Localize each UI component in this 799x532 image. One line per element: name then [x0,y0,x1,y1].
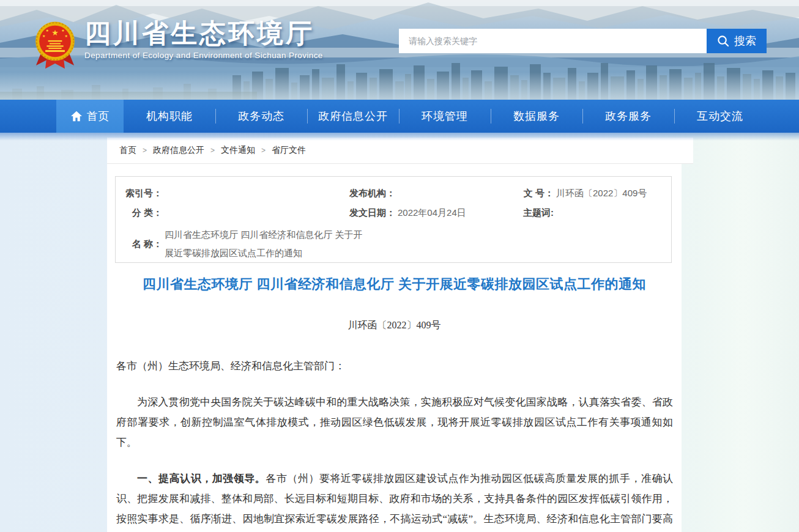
meta-agency-label: 发布机构： [349,187,395,200]
breadcrumb-home[interactable]: 首页 [119,145,136,156]
meta-name: 名 称： 四川省生态环境厅 四川省经济和信息化厅 关于开展近零碳排放园区试点工作… [122,226,663,262]
brand[interactable]: ★ ★ ★ ★ ★ 四川省生态环境厅 Department of Ecology… [32,17,323,71]
breadcrumb-separator: > [261,146,266,155]
nav-item-label: 政务动态 [238,109,284,124]
brand-text: 四川省生态环境厅 Department of Ecology and Envir… [84,17,323,60]
nav-item-data-services[interactable]: 数据服务 [491,100,582,133]
doc-meta-box: 索引号： 发布机构： 文 号： 川环函〔2022〕409号 分 类： 发文日期：… [115,176,672,263]
search-bar: 搜索 [399,29,767,53]
meta-name-value: 四川省生态环境厅 四川省经济和信息化厅 关于开展近零碳排放园区试点工作的通知 [165,226,368,262]
meta-docno-label: 文 号： [513,187,554,200]
home-icon [70,111,83,122]
nav-item-label: 机构职能 [146,109,193,124]
search-input[interactable] [399,29,707,53]
meta-date-label: 发文日期： [349,206,395,220]
meta-docno: 文 号： 川环函〔2022〕409号 [513,187,663,200]
search-button-label: 搜索 [734,34,756,48]
meta-name-label: 名 称： [122,237,162,251]
nav-item-label: 首页 [87,109,110,124]
meta-category: 分 类： [122,206,349,220]
site-title: 四川省生态环境厅 [84,17,323,50]
nav-item-interaction[interactable]: 互动交流 [674,100,766,133]
paragraph-2: 一、提高认识，加强领导。各市（州）要将近零碳排放园区建设试点作为推动园区低碳高质… [116,468,673,532]
svg-text:★: ★ [64,34,68,38]
meta-index: 索引号： [122,187,349,200]
nav-item-label: 政府信息公开 [318,109,388,124]
meta-date-value: 2022年04月24日 [398,206,466,220]
breadcrumb-file-notices[interactable]: 文件通知 [221,145,255,156]
meta-keywords: 主题词: [513,206,663,220]
document-title: 四川省生态环境厅 四川省经济和信息化厅 关于开展近零碳排放园区试点工作的通知 [107,275,682,294]
nav-item-info-disclosure[interactable]: 政府信息公开 [307,100,399,133]
section-heading: 一、提高认识，加强领导。 [137,473,266,484]
nav-item-label: 互动交流 [697,109,743,124]
breadcrumb: 首页 > 政府信息公开 > 文件通知 > 省厅文件 [107,138,693,164]
nav-item-env-management[interactable]: 环境管理 [399,100,491,133]
page: ★ ★ ★ ★ ★ 四川省生态环境厅 Department of Ecology… [0,0,799,532]
svg-text:★: ★ [45,29,49,32]
breadcrumb-separator: > [210,146,215,155]
nav-item-gov-services[interactable]: 政务服务 [582,100,674,133]
svg-text:★: ★ [51,28,59,37]
meta-category-label: 分 类： [122,206,162,220]
meta-keywords-label: 主题词: [513,206,554,220]
main-nav: 首页 机构职能 政务动态 政府信息公开 环境管理 数据服务 政务服务 互动交流 [0,100,799,133]
meta-agency: 发布机构： [349,187,513,200]
search-button[interactable]: 搜索 [707,29,767,53]
search-icon [717,35,729,47]
nav-item-label: 环境管理 [422,109,468,124]
meta-docno-value: 川环函〔2022〕409号 [556,187,647,200]
breadcrumb-department-files[interactable]: 省厅文件 [272,145,306,156]
document-number: 川环函〔2022〕409号 [107,319,682,332]
svg-text:★: ★ [61,29,65,32]
site-header: ★ ★ ★ ★ ★ 四川省生态环境厅 Department of Ecology… [0,0,799,100]
breadcrumb-info-disclosure[interactable]: 政府信息公开 [153,145,204,156]
nav-item-label: 数据服务 [513,109,560,124]
national-emblem-logo: ★ ★ ★ ★ ★ [32,17,78,71]
nav-item-label: 政务服务 [605,109,652,124]
nav-item-duties[interactable]: 机构职能 [124,100,215,133]
meta-index-label: 索引号： [122,187,162,200]
paragraph-1: 为深入贯彻党中央国务院关于碳达峰碳中和的重大战略决策，实施积极应对气候变化国家战… [116,392,673,453]
content-panel: 索引号： 发布机构： 文 号： 川环函〔2022〕409号 分 类： 发文日期：… [107,164,682,532]
salutation: 各市（州）生态环境局、经济和信息化主管部门： [116,356,673,376]
nav-item-gov-news[interactable]: 政务动态 [215,100,307,133]
document-body: 各市（州）生态环境局、经济和信息化主管部门： 为深入贯彻党中央国务院关于碳达峰碳… [116,356,673,532]
meta-date: 发文日期： 2022年04月24日 [349,206,513,220]
breadcrumb-separator: > [143,146,147,155]
site-subtitle: Department of Ecology and Environment of… [84,51,323,60]
nav-item-home[interactable]: 首页 [56,100,124,133]
svg-text:★: ★ [42,34,46,38]
